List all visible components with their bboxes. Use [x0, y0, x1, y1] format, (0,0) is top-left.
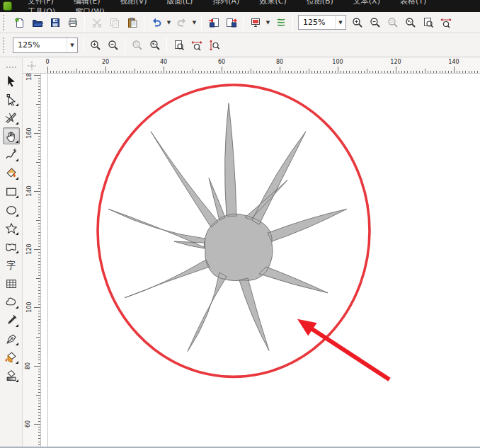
ruler-tick: [38, 304, 41, 305]
menu-item-10[interactable]: 窗口(W): [65, 6, 114, 13]
flyout-indicator[interactable]: [16, 324, 18, 327]
zoom-level-combo[interactable]: 125% ▼: [298, 15, 346, 30]
freehand-tool[interactable]: [3, 146, 20, 163]
ruler-origin-corner[interactable]: [23, 58, 41, 74]
zoom-to-all-objects-button[interactable]: [401, 14, 419, 31]
ruler-tick: [38, 345, 41, 346]
menu-item-7[interactable]: 文本(X): [343, 0, 390, 6]
menu-item-9[interactable]: 工具(O): [18, 6, 65, 13]
ruler-tick: [300, 71, 301, 74]
text-tool[interactable]: 字: [3, 256, 20, 273]
zoom-to-all-objects-button[interactable]: [146, 37, 164, 54]
ruler-tick: [38, 246, 41, 247]
shape-tool[interactable]: [3, 91, 20, 108]
interactive-fill-tool[interactable]: [3, 367, 20, 384]
zoom-to-page-button[interactable]: [419, 14, 437, 31]
ruler-tick: [38, 412, 41, 413]
application-launcher-button[interactable]: [246, 14, 264, 31]
ruler-tick: [207, 71, 208, 74]
text-icon: 字: [6, 260, 16, 270]
flyout-indicator[interactable]: [16, 140, 18, 143]
toolbox-grip[interactable]: [6, 67, 16, 68]
callout-shapes-tool[interactable]: [3, 293, 20, 310]
save-document-button[interactable]: [46, 14, 64, 31]
undo-icon: [151, 17, 162, 28]
splat-shape[interactable]: [108, 103, 347, 352]
ruler-tick: [38, 252, 41, 253]
zoom-to-selection-button: [128, 37, 146, 54]
basic-shapes-tool[interactable]: [3, 238, 20, 255]
ruler-tick: [146, 71, 147, 74]
flyout-indicator[interactable]: [16, 232, 18, 235]
ruler-tick: [38, 285, 41, 285]
export-button[interactable]: [222, 14, 240, 31]
menu-bar: 文件(F)编辑(E)视图(V)版面(L)排列(A)效果(C)位图(B)文本(X)…: [0, 0, 480, 12]
import-button[interactable]: [205, 14, 222, 31]
ellipse-tool[interactable]: [3, 201, 20, 218]
flyout-indicator[interactable]: [16, 103, 18, 106]
menu-item-1[interactable]: 编辑(E): [64, 0, 110, 6]
flyout-indicator[interactable]: [16, 379, 18, 382]
ruler-tick: [38, 125, 41, 125]
polygon-tool[interactable]: [3, 219, 20, 236]
menu-item-4[interactable]: 排列(A): [202, 0, 249, 6]
smart-fill-tool[interactable]: [3, 164, 20, 181]
redo-button: [173, 14, 190, 31]
ruler-tick: [111, 71, 112, 74]
zoom-to-page-button[interactable]: [170, 37, 188, 54]
ruler-tick: [248, 71, 248, 74]
open-document-button[interactable]: [28, 14, 46, 31]
flyout-indicator[interactable]: [16, 343, 18, 345]
flyout-indicator[interactable]: [16, 177, 18, 180]
undo-button[interactable]: [147, 14, 165, 31]
menu-item-8[interactable]: 表格(T): [390, 0, 436, 6]
menu-item-6[interactable]: 位图(B): [297, 0, 343, 6]
zoom-in-button[interactable]: [86, 37, 104, 54]
flyout-indicator[interactable]: [16, 306, 18, 309]
menu-item-2[interactable]: 视图(V): [110, 0, 156, 6]
crop-tool[interactable]: [3, 109, 20, 126]
zoom-in-button[interactable]: [348, 14, 366, 31]
rectangle-tool[interactable]: [3, 183, 20, 200]
new-document-button[interactable]: [11, 14, 28, 31]
ruler-tick: [38, 144, 41, 145]
zoom-to-page-height-button[interactable]: [205, 37, 223, 54]
flyout-indicator[interactable]: [16, 251, 18, 253]
paste-button[interactable]: [123, 14, 141, 31]
whats-new-button[interactable]: [272, 14, 290, 31]
print-button[interactable]: [64, 14, 81, 31]
flyout-indicator[interactable]: [16, 214, 18, 217]
toolbar-grip[interactable]: [3, 15, 8, 30]
chevron-down-icon[interactable]: ▼: [67, 38, 77, 52]
pan-tool[interactable]: [3, 127, 20, 144]
ruler-tick: [38, 348, 41, 349]
menu-item-5[interactable]: 效果(C): [249, 0, 296, 6]
outline-pen-tool[interactable]: [3, 330, 20, 347]
eyedropper-tool[interactable]: [3, 311, 20, 328]
fill-tool[interactable]: [3, 348, 20, 365]
undo-dropdown[interactable]: ▼: [165, 14, 173, 31]
menu-item-3[interactable]: 版面(L): [157, 0, 203, 6]
chevron-down-icon[interactable]: ▼: [335, 16, 345, 29]
ruler-tick: [349, 71, 350, 74]
zoom-to-page-width-button[interactable]: [437, 14, 455, 31]
table-tool[interactable]: [3, 275, 20, 292]
property-bar-grip[interactable]: [3, 38, 8, 53]
zoom-levels-combo[interactable]: 125% ▼: [13, 38, 78, 53]
zoom-out-button[interactable]: [366, 14, 384, 31]
ruler-tick: [469, 71, 469, 74]
ruler-tick: [346, 71, 347, 74]
toolbar-separator: [201, 15, 202, 30]
flyout-indicator[interactable]: [16, 361, 18, 364]
ruler-label: 60: [218, 59, 225, 65]
flyout-indicator[interactable]: [16, 122, 18, 125]
pick-tool[interactable]: [3, 72, 20, 89]
flyout-indicator[interactable]: [16, 195, 18, 198]
drawing-canvas[interactable]: [41, 74, 480, 447]
zoom-out-button[interactable]: [104, 37, 122, 54]
ruler-tick: [38, 118, 41, 119]
menu-item-0[interactable]: 文件(F): [18, 0, 64, 6]
application-launcher-dropdown[interactable]: ▼: [264, 14, 272, 31]
flyout-indicator[interactable]: [16, 159, 18, 161]
zoom-to-page-width-button[interactable]: [188, 37, 205, 54]
